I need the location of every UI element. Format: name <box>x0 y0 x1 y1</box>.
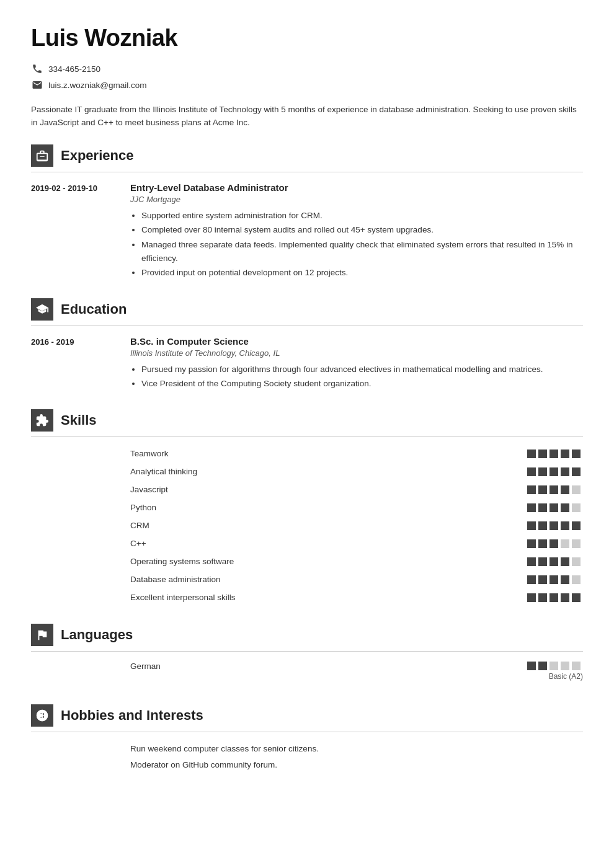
phone-icon <box>31 63 43 75</box>
skill-row: Excellent interpersonal skills <box>31 588 583 606</box>
dot-filled <box>561 557 569 566</box>
dot-filled <box>572 450 581 458</box>
skill-dots <box>527 521 583 530</box>
skill-dots <box>527 575 583 584</box>
experience-icon-box <box>31 144 53 167</box>
briefcase-icon <box>35 149 49 162</box>
dot-filled <box>527 467 536 476</box>
skill-row: Operating systems software <box>31 552 583 570</box>
skill-name: C++ <box>31 539 146 548</box>
languages-section: Languages GermanBasic (A2) <box>31 624 583 687</box>
resume-name: Luis Wozniak <box>31 25 583 51</box>
education-section: Education 2016 - 2019 B.Sc. in Computer … <box>31 298 583 392</box>
hobbies-icon-box <box>31 704 53 727</box>
dot-filled <box>527 485 536 494</box>
dot-filled <box>549 539 558 548</box>
languages-title: Languages <box>61 627 133 643</box>
skill-dots <box>527 485 583 494</box>
skill-row: Analytical thinking <box>31 463 583 480</box>
skill-row: Javascript <box>31 480 583 498</box>
skills-grid: TeamworkAnalytical thinkingJavascriptPyt… <box>31 445 583 606</box>
phone-text: 334-465-2150 <box>48 64 100 74</box>
experience-entry-0: 2019-02 - 2019-10 Entry-Level Database A… <box>31 182 583 281</box>
dot-filled <box>549 485 558 494</box>
experience-company-0: JJC Mortgage <box>130 195 583 204</box>
dot-empty <box>572 575 581 584</box>
dot-empty <box>572 485 581 494</box>
languages-container: GermanBasic (A2) <box>31 655 583 687</box>
dot-filled <box>561 467 569 476</box>
skill-name: Teamwork <box>31 449 169 458</box>
dot-empty <box>561 662 569 670</box>
education-date-0: 2016 - 2019 <box>31 336 130 392</box>
dot-filled <box>538 485 547 494</box>
skills-title: Skills <box>61 412 96 428</box>
skill-name: Analytical thinking <box>31 467 197 476</box>
dot-empty <box>549 662 558 670</box>
skill-row: CRM <box>31 516 583 534</box>
skills-section: Skills TeamworkAnalytical thinkingJavasc… <box>31 409 583 606</box>
skills-header: Skills <box>31 409 583 437</box>
education-bullets-0: Pursued my passion for algorithms throug… <box>130 363 583 391</box>
skill-row: Teamwork <box>31 445 583 463</box>
language-dots <box>527 662 583 670</box>
dot-filled <box>527 503 536 512</box>
skill-row: Python <box>31 498 583 516</box>
skill-name: Python <box>31 503 156 512</box>
dot-filled <box>527 557 536 566</box>
dot-filled <box>538 503 547 512</box>
hobbies-icon <box>35 709 49 722</box>
dot-filled <box>572 593 581 602</box>
hobbies-title: Hobbies and Interests <box>61 707 203 724</box>
dot-filled <box>549 450 558 458</box>
experience-content-0: Entry-Level Database Administrator JJC M… <box>130 182 583 281</box>
list-item: Pursued my passion for algorithms throug… <box>141 363 583 376</box>
list-item: Vice President of the Computing Society … <box>141 377 583 391</box>
dot-filled <box>561 521 569 530</box>
experience-bullets-0: Supported entire system administration f… <box>130 209 583 280</box>
dot-filled <box>549 467 558 476</box>
dot-filled <box>527 521 536 530</box>
experience-date-0: 2019-02 - 2019-10 <box>31 182 130 281</box>
email-icon <box>31 79 43 91</box>
list-item: Completed over 80 internal system audits… <box>141 223 583 237</box>
skill-name: CRM <box>31 521 149 530</box>
education-degree-0: B.Sc. in Computer Science <box>130 336 583 347</box>
dot-filled <box>538 662 547 670</box>
dot-filled <box>572 521 581 530</box>
hobby-item: Run weekend computer classes for senior … <box>130 741 583 757</box>
dot-filled <box>538 521 547 530</box>
education-header: Education <box>31 298 583 326</box>
education-title: Education <box>61 301 127 317</box>
skill-dots <box>527 557 583 566</box>
education-entry-0: 2016 - 2019 B.Sc. in Computer Science Il… <box>31 336 583 392</box>
dot-filled <box>527 575 536 584</box>
skill-row: C++ <box>31 534 583 552</box>
dot-empty <box>572 503 581 512</box>
dot-filled <box>527 539 536 548</box>
dot-filled <box>527 593 536 602</box>
graduation-icon <box>35 303 49 316</box>
dot-filled <box>527 450 536 458</box>
email-line: luis.z.wozniak@gmail.com <box>31 79 583 91</box>
dot-filled <box>549 521 558 530</box>
dot-filled <box>561 593 569 602</box>
dot-filled <box>549 557 558 566</box>
experience-section: Experience 2019-02 - 2019-10 Entry-Level… <box>31 144 583 281</box>
dot-filled <box>527 662 536 670</box>
dot-empty <box>561 539 569 548</box>
dot-filled <box>549 593 558 602</box>
skill-dots <box>527 503 583 512</box>
list-item: Managed three separate data feeds. Imple… <box>141 238 583 265</box>
email-text: luis.z.wozniak@gmail.com <box>48 81 147 90</box>
dot-filled <box>561 575 569 584</box>
skill-row: Database administration <box>31 570 583 588</box>
skills-icon <box>35 414 49 427</box>
hobby-item: Moderator on GitHub community forum. <box>130 757 583 773</box>
education-content-0: B.Sc. in Computer Science Illinois Insti… <box>130 336 583 392</box>
skills-icon-box <box>31 409 53 432</box>
dot-filled <box>572 467 581 476</box>
dot-empty <box>572 539 581 548</box>
dot-filled <box>561 503 569 512</box>
dot-filled <box>538 467 547 476</box>
